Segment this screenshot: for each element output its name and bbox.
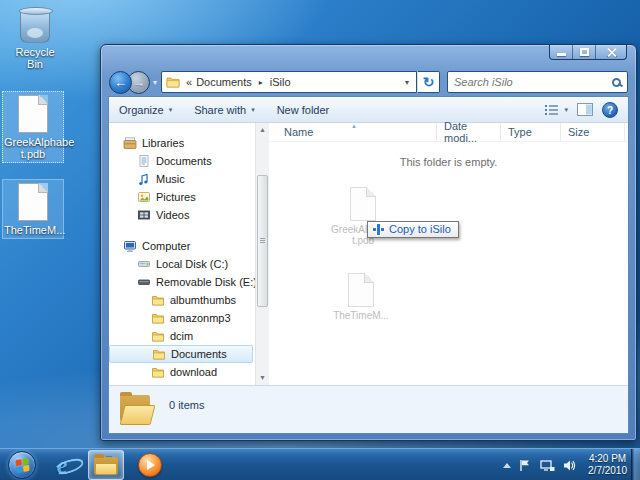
- label-line-1: GreekAlphabe: [4, 136, 74, 148]
- back-button[interactable]: ←: [109, 71, 132, 94]
- taskbar-explorer-button[interactable]: [88, 450, 124, 480]
- refresh-button[interactable]: ↻: [417, 71, 440, 93]
- column-label: Date modi...: [444, 120, 500, 144]
- caption-buttons: [549, 45, 627, 60]
- recent-pages-dropdown[interactable]: ▾: [153, 78, 157, 87]
- computer-icon: [123, 239, 137, 253]
- organize-button[interactable]: Organize ▾: [119, 104, 172, 116]
- show-desktop-button[interactable]: [631, 449, 640, 480]
- tree-item-albumthumbs[interactable]: albumthumbs: [109, 291, 255, 309]
- tree-item-pictures[interactable]: Pictures: [109, 188, 255, 206]
- system-tray: 4:20 PM 2/7/2010: [503, 449, 627, 480]
- tree-item-amazonmp3[interactable]: amazonmp3: [109, 309, 255, 327]
- tree-item-download[interactable]: download: [109, 363, 255, 381]
- clock-time: 4:20 PM: [588, 453, 627, 465]
- column-label: Type: [508, 126, 532, 138]
- tree-item-documents-library[interactable]: Documents: [109, 152, 255, 170]
- taskbar: e: [0, 448, 640, 480]
- music-library-icon: [137, 172, 151, 186]
- start-button[interactable]: [8, 451, 36, 479]
- share-with-button[interactable]: Share with ▾: [194, 104, 255, 116]
- sort-ascending-icon: ▲: [351, 123, 357, 129]
- scroll-down-icon[interactable]: ▼: [257, 371, 268, 385]
- column-header-type[interactable]: Type: [501, 123, 561, 141]
- desktop-icon-label: Recycle Bin: [6, 46, 64, 70]
- folder-icon: [151, 329, 165, 343]
- navigation-pane: Libraries Documents: [109, 123, 255, 385]
- tree-label: amazonmp3: [170, 312, 231, 324]
- preview-pane-button[interactable]: [577, 103, 593, 116]
- minimize-button[interactable]: [550, 45, 573, 59]
- search-box[interactable]: [447, 71, 628, 93]
- back-arrow-icon: ←: [114, 76, 127, 89]
- drag-operation-tooltip: Copy to iSilo: [367, 221, 459, 238]
- action-center-flag-icon[interactable]: [519, 459, 532, 472]
- change-view-button[interactable]: ▾: [544, 104, 568, 116]
- taskbar-internet-explorer-button[interactable]: e: [44, 450, 80, 480]
- tree-item-removable-disk-e[interactable]: Removable Disk (E:): [109, 273, 255, 291]
- breadcrumb-overflow[interactable]: «: [184, 75, 194, 89]
- scroll-up-icon[interactable]: ▲: [257, 123, 268, 137]
- breadcrumb-isilo[interactable]: iSilo: [268, 75, 293, 89]
- desktop-icon-greekalphabet[interactable]: GreekAlphabe t.pdb: [2, 91, 64, 163]
- folder-icon: [152, 347, 166, 361]
- tree-item-documents-folder-selected[interactable]: Documents: [109, 345, 253, 363]
- documents-library-icon: [137, 154, 151, 168]
- tree-label: Computer: [142, 240, 190, 252]
- search-icon: [612, 78, 621, 87]
- libraries-icon: [123, 136, 137, 150]
- tree-scrollbar[interactable]: ▲ ▼: [255, 123, 269, 385]
- desktop-icon-recycle-bin[interactable]: Recycle Bin: [4, 5, 66, 73]
- document-file-icon: [350, 187, 376, 221]
- close-button[interactable]: [596, 45, 626, 59]
- taskbar-clock[interactable]: 4:20 PM 2/7/2010: [588, 453, 627, 477]
- network-icon[interactable]: [540, 459, 555, 472]
- help-button[interactable]: ?: [602, 102, 618, 118]
- pictures-library-icon: [137, 190, 151, 204]
- new-folder-label: New folder: [277, 104, 330, 116]
- tree-item-music[interactable]: Music: [109, 170, 255, 188]
- forward-arrow-icon: →: [132, 76, 145, 89]
- column-label: Name: [284, 126, 313, 138]
- maximize-button[interactable]: [573, 45, 596, 59]
- column-header-date-modified[interactable]: Date modi...: [437, 123, 501, 141]
- tree-item-computer[interactable]: Computer: [109, 237, 255, 255]
- new-folder-button[interactable]: New folder: [277, 104, 330, 116]
- tree-label: Removable Disk (E:): [156, 276, 255, 288]
- drag-tooltip-label: Copy to iSilo: [389, 223, 451, 235]
- file-list-pane: ▲ Name Date modi... Type Size This folde…: [269, 123, 628, 385]
- help-icon: ?: [607, 105, 613, 116]
- tree-item-dcim[interactable]: dcim: [109, 327, 255, 345]
- share-with-label: Share with: [194, 104, 246, 116]
- tree-label: Libraries: [142, 137, 184, 149]
- preview-pane-icon: [577, 103, 593, 116]
- address-folder-icon: [166, 76, 180, 88]
- windows-logo-icon: [15, 457, 29, 472]
- search-input[interactable]: [454, 76, 612, 88]
- windows-explorer-icon: [93, 455, 119, 475]
- volume-icon[interactable]: [563, 459, 576, 472]
- address-dropdown-icon[interactable]: ▾: [402, 78, 412, 87]
- breadcrumb-documents[interactable]: Documents: [194, 75, 254, 89]
- tree-item-local-disk-c[interactable]: Local Disk (C:): [109, 255, 255, 273]
- empty-folder-message: This folder is empty.: [269, 156, 628, 168]
- taskbar-media-player-button[interactable]: [132, 450, 168, 480]
- window-body: Organize ▾ Share with ▾ New folder: [108, 96, 629, 434]
- show-hidden-icons-button[interactable]: [503, 463, 511, 468]
- scrollbar-thumb[interactable]: [257, 175, 268, 307]
- column-label: Size: [568, 126, 589, 138]
- folder-large-icon: [119, 393, 155, 425]
- tree-label: Local Disk (C:): [156, 258, 228, 270]
- tree-label: Documents: [156, 155, 212, 167]
- refresh-icon: ↻: [423, 74, 435, 90]
- minimize-icon: [557, 53, 566, 56]
- label-line-2: t.pdb: [21, 148, 45, 160]
- tree-item-videos[interactable]: Videos: [109, 206, 255, 224]
- tree-item-libraries[interactable]: Libraries: [109, 134, 255, 152]
- column-headers: ▲ Name Date modi... Type Size: [269, 123, 628, 142]
- desktop-icon-thetime[interactable]: TheTimeM...: [2, 179, 64, 239]
- column-header-size[interactable]: Size: [561, 123, 625, 141]
- organize-label: Organize: [119, 104, 164, 116]
- address-bar[interactable]: « Documents ▸ iSilo ▾: [161, 71, 417, 93]
- folder-icon: [151, 311, 165, 325]
